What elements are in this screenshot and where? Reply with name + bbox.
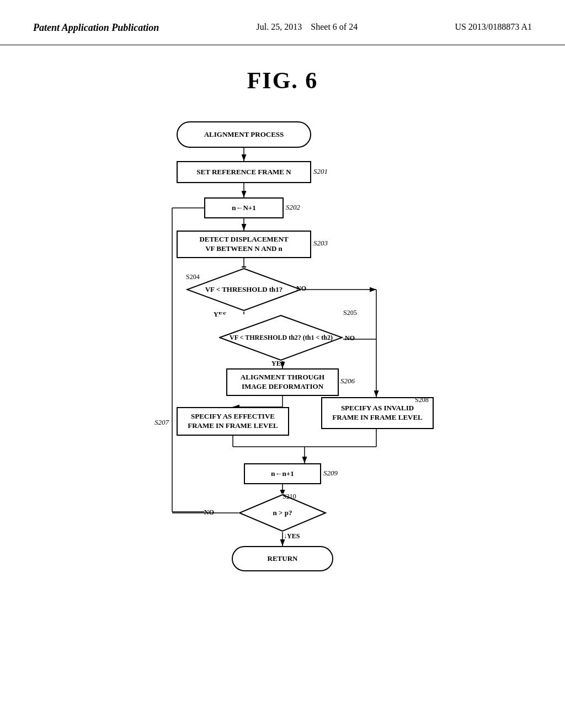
publication-date: Jul. 25, 2013 Sheet 6 of 24 — [257, 22, 358, 32]
s204-no-label: NO — [296, 285, 306, 293]
node-s203: DETECT DISPLACEMENT VF BETWEEN N AND n — [177, 231, 311, 258]
node-s201: SET REFERENCE FRAME N — [177, 161, 311, 183]
node-s205: VF < THRESHOLD th2? (th1 < th2) — [219, 314, 343, 361]
node-s207: SPECIFY AS EFFECTIVE FRAME IN FRAME LEVE… — [177, 407, 289, 436]
label-s204: S204 — [186, 273, 200, 281]
label-s201: S201 — [313, 167, 328, 176]
node-s204: VF < THRESHOLD th1? — [186, 267, 302, 312]
patent-number: US 2013/0188873 A1 — [455, 22, 532, 32]
s210-yes-label: ↓YES — [284, 532, 300, 540]
node-alignment-process: ALIGNMENT PROCESS — [177, 121, 311, 148]
node-s202: n←N+1 — [204, 197, 284, 218]
label-s210: S210 — [282, 493, 296, 501]
s205-yes-label: YES — [271, 360, 284, 368]
node-return: RETURN — [232, 546, 333, 571]
s210-no-label: NO — [204, 508, 214, 517]
label-s206: S206 — [340, 377, 355, 386]
node-s206: ALIGNMENT THROUGH IMAGE DEFORMATION — [226, 368, 339, 396]
label-s209: S209 — [323, 469, 338, 478]
s205-no-label: NO — [345, 334, 355, 342]
label-s208: S208 — [415, 396, 429, 404]
page-header: Patent Application Publication Jul. 25, … — [0, 0, 565, 45]
flowchart: ALIGNMENT PROCESS SET REFERENCE FRAME N … — [89, 110, 476, 607]
node-s209: n←n+1 — [244, 463, 321, 484]
label-s207: S207 — [154, 418, 169, 427]
publication-title: Patent Application Publication — [33, 22, 159, 34]
label-s203: S203 — [313, 239, 328, 248]
figure-title: FIG. 6 — [0, 67, 565, 94]
label-s205: S205 — [343, 309, 357, 317]
label-s202: S202 — [286, 203, 300, 212]
